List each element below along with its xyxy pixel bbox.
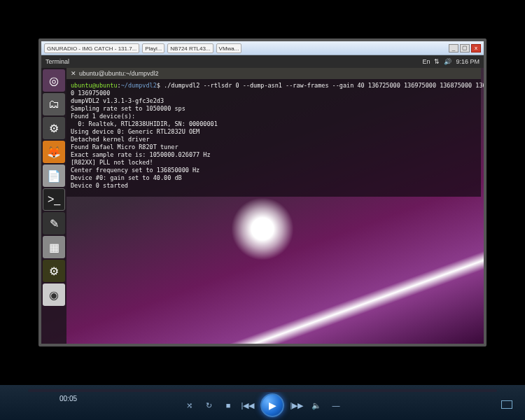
taskbar-tab[interactable]: GNURADIO - IMG CATCH - 131.7...	[44, 43, 139, 53]
maximize-button[interactable]: ▢	[460, 44, 470, 52]
launcher-terminal-icon[interactable]: >_	[43, 188, 65, 211]
launcher-files-icon[interactable]: 🗂	[43, 93, 65, 115]
next-button[interactable]: |▶▶	[290, 398, 304, 412]
stop-button[interactable]: ■	[221, 398, 235, 412]
terminal-close-icon[interactable]: ✕	[71, 68, 76, 79]
terminal-body[interactable]: ubuntu@ubuntu:~/dumpvdl2$ ./dumpvdl2 --r…	[66, 79, 481, 197]
terminal-output-line: 0: Realtek, RTL2838UHIDIR, SN: 00000001	[71, 120, 477, 128]
prompt-symbol: $	[157, 82, 160, 89]
launcher-disc-icon[interactable]: ◉	[43, 284, 65, 306]
terminal-titlebar[interactable]: ✕ ubuntu@ubuntu:~/dumpvdl2	[66, 68, 481, 79]
launcher-dash-icon[interactable]: ◎	[43, 69, 65, 92]
terminal-output-line: dumpVDL2 v1.3.1-3-gfc3e2d3	[71, 97, 477, 105]
taskbar-tab[interactable]: VMwa...	[216, 43, 242, 53]
media-player-controls: 00:05 ⤨ ↻ ■ |◀◀ ▶ |▶▶ 🔈 —	[0, 385, 525, 420]
keyboard-indicator-icon[interactable]: En	[422, 58, 430, 65]
mute-button[interactable]: —	[329, 398, 343, 412]
terminal-title: ubuntu@ubuntu:~/dumpvdl2	[79, 68, 158, 79]
clock[interactable]: 9:16 PM	[456, 58, 479, 65]
terminal-output-line: Sampling rate set to 1050000 sps	[71, 105, 477, 113]
taskbar-tab[interactable]: Playi...	[142, 43, 164, 53]
launcher-firefox-icon[interactable]: 🦊	[43, 141, 65, 163]
ubuntu-top-panel: Terminal En ⇅ 🔊 9:16 PM	[41, 55, 484, 68]
terminal-output-line: Center frequency set to 136850000 Hz	[71, 167, 477, 174]
terminal-window[interactable]: ✕ ubuntu@ubuntu:~/dumpvdl2 ubuntu@ubuntu…	[66, 68, 481, 197]
unity-launcher: ◎ 🗂 ⚙ 🦊 📄 >_ ✎ ▦ ⚙ ◉	[41, 68, 66, 344]
terminal-output-line: Found Rafael Micro R820T tuner	[71, 144, 477, 151]
terminal-output-line: Using device 0: Generic RTL2832U OEM	[71, 128, 477, 136]
windows-taskbar: GNURADIO - IMG CATCH - 131.7... Playi...…	[41, 41, 484, 55]
terminal-output-line: [R82XX] PLL not locked!	[71, 159, 477, 167]
panel-app-title: Terminal	[46, 58, 69, 65]
prompt-user: ubuntu@ubuntu	[71, 82, 118, 89]
progress-bar[interactable]	[28, 389, 497, 392]
minimize-button[interactable]: _	[449, 44, 458, 52]
launcher-settings-icon[interactable]: ⚙	[43, 117, 65, 139]
launcher-system-icon[interactable]: ⚙	[43, 260, 65, 282]
prompt-path: ~/dumpvdl2	[121, 82, 157, 89]
play-button[interactable]: ▶	[260, 393, 284, 417]
monitor-screen: GNURADIO - IMG CATCH - 131.7... Playi...…	[38, 38, 486, 346]
shuffle-button[interactable]: ⤨	[182, 398, 196, 412]
terminal-output-line: Exact sample rate is: 1050000.026077 Hz	[71, 151, 477, 159]
previous-button[interactable]: |◀◀	[241, 398, 255, 412]
sound-indicator-icon[interactable]: 🔊	[444, 58, 451, 65]
network-indicator-icon[interactable]: ⇅	[434, 58, 440, 65]
fullscreen-button[interactable]	[501, 400, 512, 409]
terminal-output-line: Device #0: gain set to 40.00 dB	[71, 174, 477, 182]
close-button[interactable]: x	[471, 44, 481, 52]
volume-icon[interactable]: 🔈	[309, 398, 323, 412]
launcher-calculator-icon[interactable]: ▦	[43, 236, 65, 258]
repeat-button[interactable]: ↻	[202, 398, 216, 412]
terminal-output-line: Detached kernel driver	[71, 136, 477, 144]
terminal-output-line: Device 0 started	[71, 182, 477, 190]
taskbar-tab[interactable]: NB724 RTL43...	[167, 43, 213, 53]
terminal-command: ./dumpvdl2 --rtlsdr 0 --dump-asn1 --raw-…	[164, 82, 486, 89]
launcher-editor-icon[interactable]: ✎	[43, 212, 65, 234]
launcher-document-icon[interactable]: 📄	[43, 164, 65, 187]
terminal-output-line: Found 1 device(s):	[71, 113, 477, 120]
video-area: GNURADIO - IMG CATCH - 131.7... Playi...…	[0, 0, 525, 385]
playback-time: 00:05	[59, 395, 77, 402]
terminal-output-line: 0 136975000	[71, 90, 477, 97]
window-buttons: _ ▢ x	[449, 44, 481, 52]
